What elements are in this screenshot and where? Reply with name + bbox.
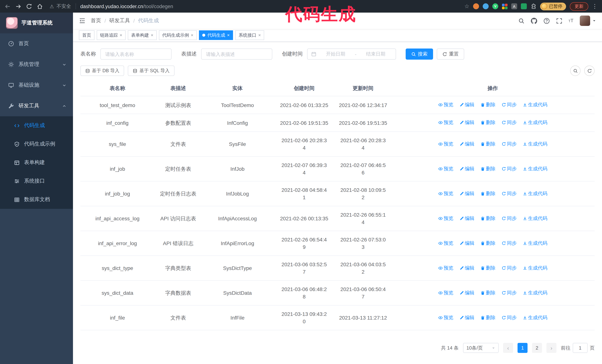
- edit-link[interactable]: 编辑: [459, 239, 474, 247]
- edit-link[interactable]: 编辑: [459, 215, 474, 222]
- delete-link[interactable]: 删除: [480, 119, 495, 126]
- close-icon[interactable]: ×: [191, 33, 194, 37]
- preview-link[interactable]: 预览: [438, 190, 453, 197]
- user-menu[interactable]: [580, 16, 596, 26]
- delete-link[interactable]: 删除: [480, 165, 495, 172]
- preview-link[interactable]: 预览: [438, 264, 453, 272]
- browser-back-icon[interactable]: [4, 3, 11, 10]
- browser-forward-icon[interactable]: [15, 3, 22, 10]
- edit-link[interactable]: 编辑: [459, 264, 474, 272]
- delete-link[interactable]: 删除: [480, 289, 495, 296]
- edit-link[interactable]: 编辑: [459, 289, 474, 296]
- edit-link[interactable]: 编辑: [459, 165, 474, 172]
- table-name-input[interactable]: [100, 49, 172, 60]
- search-button[interactable]: 搜索: [406, 49, 433, 60]
- toggle-search-button[interactable]: [570, 65, 580, 76]
- sync-link[interactable]: 同步: [501, 190, 516, 197]
- sidebar-item-db-docs[interactable]: 数据库文档: [0, 190, 73, 209]
- sidebar-item-system-api[interactable]: 系统接口: [0, 172, 73, 190]
- sync-link[interactable]: 同步: [501, 215, 516, 222]
- breadcrumb-home[interactable]: 首页: [91, 17, 101, 24]
- page-size-select[interactable]: 10条/页: [463, 343, 499, 353]
- tab-codegen[interactable]: 代码生成×: [199, 30, 233, 40]
- close-icon[interactable]: ×: [120, 33, 122, 37]
- sidebar-item-devtools[interactable]: 研发工具: [0, 95, 73, 116]
- github-icon[interactable]: [531, 18, 537, 24]
- tab-form-builder[interactable]: 表单构建×: [128, 30, 157, 40]
- preview-link[interactable]: 预览: [438, 101, 453, 108]
- delete-link[interactable]: 删除: [480, 239, 495, 247]
- edit-link[interactable]: 编辑: [459, 314, 474, 321]
- edit-link[interactable]: 编辑: [459, 190, 474, 197]
- browser-menu-icon[interactable]: ⋮: [592, 3, 598, 10]
- sync-link[interactable]: 同步: [501, 165, 516, 172]
- import-sql-button[interactable]: 基于 SQL 导入: [128, 65, 174, 76]
- edit-link[interactable]: 编辑: [459, 140, 474, 147]
- generate-code-link[interactable]: 生成代码: [523, 140, 547, 147]
- generate-code-link[interactable]: 生成代码: [523, 215, 547, 222]
- generate-code-link[interactable]: 生成代码: [523, 165, 547, 172]
- generate-code-link[interactable]: 生成代码: [523, 101, 547, 108]
- sidebar-item-infra[interactable]: 基础设施: [0, 75, 73, 95]
- address-bar[interactable]: dashboard.yudao.iocoder.cn/tool/codegen: [80, 3, 460, 9]
- generate-code-link[interactable]: 生成代码: [523, 190, 547, 197]
- generate-code-link[interactable]: 生成代码: [523, 239, 547, 247]
- sidebar-item-codegen-example[interactable]: 代码生成示例: [0, 135, 73, 153]
- page-button-1[interactable]: 1: [517, 343, 527, 353]
- page-button-2[interactable]: 2: [532, 343, 542, 353]
- extension-icon-green-v[interactable]: V: [492, 3, 498, 9]
- sync-link[interactable]: 同步: [501, 119, 516, 126]
- reset-button[interactable]: 重置: [437, 49, 464, 60]
- delete-link[interactable]: 删除: [480, 264, 495, 272]
- sidebar-fold-icon[interactable]: [79, 17, 86, 24]
- delete-link[interactable]: 删除: [480, 314, 495, 321]
- delete-link[interactable]: 删除: [480, 140, 495, 147]
- close-icon[interactable]: ×: [227, 33, 230, 37]
- close-icon[interactable]: ×: [151, 33, 153, 37]
- sidebar-item-home[interactable]: 首页: [0, 33, 73, 54]
- font-size-icon[interactable]: TT: [569, 18, 573, 24]
- extension-icon-blue-drop[interactable]: [483, 3, 489, 9]
- sync-link[interactable]: 同步: [501, 289, 516, 296]
- sidebar-item-codegen[interactable]: 代码生成: [0, 116, 73, 135]
- preview-link[interactable]: 预览: [438, 239, 453, 247]
- close-icon[interactable]: ×: [258, 33, 261, 37]
- prev-page-button[interactable]: ‹: [503, 343, 513, 353]
- sync-link[interactable]: 同步: [501, 101, 516, 108]
- preview-link[interactable]: 预览: [438, 119, 453, 126]
- preview-link[interactable]: 预览: [438, 140, 453, 147]
- docs-question-icon[interactable]: [543, 18, 549, 24]
- tab-system-api[interactable]: 系统接口×: [235, 30, 264, 40]
- sync-link[interactable]: 同步: [501, 314, 516, 321]
- search-icon[interactable]: [518, 18, 524, 24]
- browser-reload-icon[interactable]: [26, 3, 32, 10]
- app-logo[interactable]: 芋道管理系统: [0, 13, 73, 33]
- breadcrumb-devtools[interactable]: 研发工具: [109, 17, 130, 24]
- extensions-puzzle-icon[interactable]: [530, 3, 537, 9]
- chrome-update-button[interactable]: 更新: [570, 2, 588, 10]
- fullscreen-icon[interactable]: [556, 18, 562, 24]
- sync-link[interactable]: 同步: [501, 264, 516, 272]
- security-indicator[interactable]: ⚠ 不安全: [50, 3, 71, 10]
- generate-code-link[interactable]: 生成代码: [523, 264, 547, 272]
- generate-code-link[interactable]: 生成代码: [523, 289, 547, 296]
- sidebar-item-system[interactable]: 系统管理: [0, 54, 73, 75]
- generate-code-link[interactable]: 生成代码: [523, 314, 547, 321]
- preview-link[interactable]: 预览: [438, 314, 453, 321]
- sidebar-item-form-builder[interactable]: 表单构建: [0, 153, 73, 172]
- extension-icon-orange[interactable]: [473, 3, 479, 9]
- extension-icon-people[interactable]: [502, 3, 507, 9]
- preview-link[interactable]: 预览: [438, 165, 453, 172]
- edit-link[interactable]: 编辑: [459, 119, 474, 126]
- profile-paused-badge[interactable]: 已暂停: [540, 2, 566, 10]
- table-desc-input[interactable]: [201, 49, 272, 60]
- date-range-picker[interactable]: 开始日期 - 结束日期: [307, 49, 396, 60]
- delete-link[interactable]: 删除: [480, 215, 495, 222]
- tab-home[interactable]: 首页: [79, 30, 95, 40]
- preview-link[interactable]: 预览: [438, 289, 453, 296]
- edit-link[interactable]: 编辑: [459, 101, 474, 108]
- import-db-button[interactable]: 基于 DB 导入: [80, 65, 124, 76]
- tab-tracing[interactable]: 链路追踪×: [97, 30, 126, 40]
- extension-icon-green[interactable]: [521, 3, 527, 9]
- next-page-button[interactable]: ›: [547, 343, 556, 353]
